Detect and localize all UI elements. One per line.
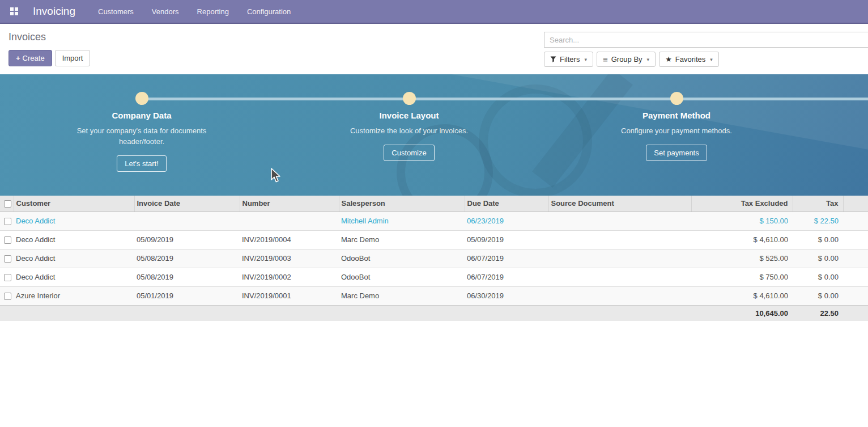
cell-due-date: 06/23/2019 <box>465 212 548 230</box>
col-header-tax-excluded[interactable]: Tax Excluded <box>691 196 793 212</box>
cell-due-date: 05/09/2019 <box>465 230 548 249</box>
col-header-number[interactable]: Number <box>240 196 339 212</box>
app-title[interactable]: Invoicing <box>33 5 75 18</box>
cell-salesperson: OdooBot <box>339 249 465 268</box>
total-tax: 22.50 <box>793 305 843 321</box>
cell-source-document <box>548 230 691 249</box>
table-header-row: Customer Invoice Date Number Salesperson… <box>0 196 868 212</box>
total-tax-excluded: 10,645.00 <box>691 305 793 321</box>
cell-tax: $ 0.00 <box>793 230 843 249</box>
table-row[interactable]: Deco Addict 05/08/2019 INV/2019/0002 Odo… <box>0 268 868 286</box>
cell-tax-excluded: $ 525.00 <box>691 249 793 268</box>
plus-icon: + <box>16 54 20 62</box>
cell-tax: $ 0.00 <box>793 268 843 286</box>
group-by-button[interactable]: ≡ Group By ▾ <box>597 52 656 67</box>
cell-number: INV/2019/0002 <box>240 268 339 286</box>
cell-source-document <box>548 286 691 305</box>
customize-button[interactable]: Customize <box>384 145 434 161</box>
menu-customers[interactable]: Customers <box>91 4 141 19</box>
cell-customer: Azure Interior <box>14 286 134 305</box>
cell-due-date: 06/30/2019 <box>465 286 548 305</box>
table-row[interactable]: Deco Addict 05/08/2019 INV/2019/0003 Odo… <box>0 249 868 268</box>
set-payments-button[interactable]: Set payments <box>646 145 707 161</box>
row-checkbox[interactable] <box>4 274 11 281</box>
onboarding-step-payment-method: Payment Method Configure your payment me… <box>592 111 761 161</box>
row-checkbox[interactable] <box>4 293 11 300</box>
menu-vendors[interactable]: Vendors <box>145 4 186 19</box>
cell-tax-excluded: $ 4,610.00 <box>691 230 793 249</box>
onboarding-step-company-data: Company Data Set your company's data for… <box>57 111 227 172</box>
step-dot-company-data <box>135 92 148 105</box>
step-description: Customize the look of your invoices. <box>344 125 474 136</box>
control-panel: Invoices +Create Import Filters ▾ ≡ Grou… <box>0 24 868 74</box>
menu-configuration[interactable]: Configuration <box>240 4 297 19</box>
row-checkbox[interactable] <box>4 255 11 263</box>
cell-number: INV/2019/0001 <box>240 286 339 305</box>
cell-invoice-date: 05/01/2019 <box>134 286 240 305</box>
cell-customer: Deco Addict <box>14 212 134 230</box>
apps-grid-icon[interactable] <box>7 4 22 19</box>
menu-reporting[interactable]: Reporting <box>190 4 236 19</box>
chevron-down-icon: ▾ <box>647 57 650 62</box>
cell-tax-excluded: $ 750.00 <box>691 268 793 286</box>
cell-customer: Deco Addict <box>14 268 134 286</box>
onboarding-progress-line <box>142 98 868 100</box>
cell-tax: $ 22.50 <box>793 212 843 230</box>
select-all-checkbox[interactable] <box>4 200 11 208</box>
cell-due-date: 06/07/2019 <box>465 268 548 286</box>
step-dot-payment-method <box>670 92 683 105</box>
cell-tax-excluded: $ 150.00 <box>691 212 793 230</box>
step-title: Invoice Layout <box>324 111 494 120</box>
chevron-down-icon: ▾ <box>584 57 587 62</box>
filter-funnel-icon <box>550 56 556 62</box>
cell-customer: Deco Addict <box>14 230 134 249</box>
col-header-tax[interactable]: Tax <box>793 196 843 212</box>
table-row[interactable]: Deco Addict 05/09/2019 INV/2019/0004 Mar… <box>0 230 868 249</box>
cell-tax: $ 0.00 <box>793 249 843 268</box>
cell-tax-excluded: $ 4,610.00 <box>691 286 793 305</box>
col-header-source-document[interactable]: Source Document <box>548 196 691 212</box>
cell-number: INV/2019/0003 <box>240 249 339 268</box>
favorites-button[interactable]: ★ Favorites ▾ <box>659 52 719 67</box>
onboarding-banner: Company Data Set your company's data for… <box>0 74 868 196</box>
step-title: Payment Method <box>592 111 761 120</box>
cell-salesperson: OdooBot <box>339 268 465 286</box>
table-footer-row: 10,645.00 22.50 <box>0 305 868 321</box>
cell-salesperson: Mitchell Admin <box>339 212 465 230</box>
cell-invoice-date: 05/08/2019 <box>134 249 240 268</box>
cell-source-document <box>548 268 691 286</box>
top-navbar: Invoicing Customers Vendors Reporting Co… <box>0 0 868 24</box>
step-title: Company Data <box>57 111 227 120</box>
navbar-menu: Customers Vendors Reporting Configuratio… <box>91 4 297 19</box>
table-row[interactable]: Deco Addict Mitchell Admin 06/23/2019 $ … <box>0 212 868 230</box>
col-header-due-date[interactable]: Due Date <box>465 196 548 212</box>
cell-invoice-date <box>134 212 240 230</box>
col-header-invoice-date[interactable]: Invoice Date <box>134 196 240 212</box>
cell-source-document <box>548 212 691 230</box>
invoice-list-table: Customer Invoice Date Number Salesperson… <box>0 196 868 321</box>
search-input[interactable] <box>544 32 868 48</box>
cell-number <box>240 212 339 230</box>
row-checkbox[interactable] <box>4 236 11 244</box>
cell-number: INV/2019/0004 <box>240 230 339 249</box>
step-description: Configure your payment methods. <box>611 125 742 136</box>
cell-salesperson: Marc Demo <box>339 230 465 249</box>
table-row[interactable]: Azure Interior 05/01/2019 INV/2019/0001 … <box>0 286 868 305</box>
chevron-down-icon: ▾ <box>710 57 713 62</box>
cell-customer: Deco Addict <box>14 249 134 268</box>
star-icon: ★ <box>665 55 672 64</box>
cell-due-date: 06/07/2019 <box>465 249 548 268</box>
col-header-customer[interactable]: Customer <box>14 196 134 212</box>
cell-invoice-date: 05/09/2019 <box>134 230 240 249</box>
filters-button[interactable]: Filters ▾ <box>544 52 593 67</box>
group-by-icon: ≡ <box>603 57 608 62</box>
row-checkbox[interactable] <box>4 218 11 225</box>
import-button[interactable]: Import <box>55 50 91 66</box>
step-dot-invoice-layout <box>403 92 416 105</box>
cell-salesperson: Marc Demo <box>339 286 465 305</box>
create-button[interactable]: +Create <box>8 50 52 66</box>
lets-start-button[interactable]: Let's start! <box>117 155 167 172</box>
cell-tax: $ 0.00 <box>793 286 843 305</box>
cell-invoice-date: 05/08/2019 <box>134 268 240 286</box>
col-header-salesperson[interactable]: Salesperson <box>339 196 465 212</box>
